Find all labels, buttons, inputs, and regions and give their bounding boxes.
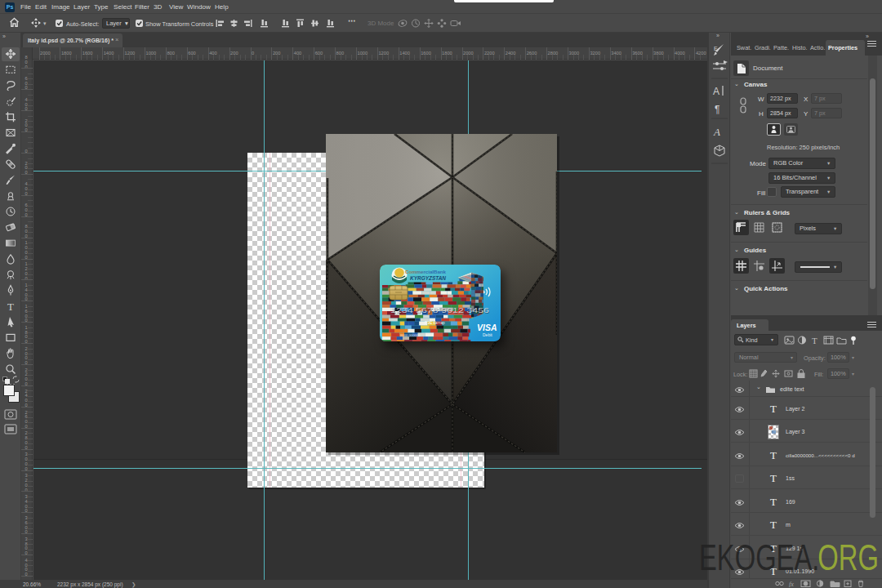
svg-text:KYRGYZSTAN: KYRGYZSTAN [410, 275, 446, 281]
svg-text:A: A [713, 86, 719, 97]
svg-text:PЭЕ Каттар: PЭЕ Каттар [425, 321, 445, 325]
svg-text:ORG: ORG [817, 537, 879, 577]
svg-text:1234 5678 9012 3456: 1234 5678 9012 3456 [390, 305, 489, 314]
svg-text:0000 000000: 0000 000000 [400, 333, 421, 337]
svg-text:CommercialBank: CommercialBank [405, 269, 447, 274]
svg-text:Debit: Debit [483, 332, 492, 337]
svg-text:fx: fx [789, 581, 794, 587]
svg-text:EKOGEA.: EKOGEA. [699, 537, 819, 577]
svg-text:VISA: VISA [477, 323, 497, 332]
svg-text:¶: ¶ [715, 104, 719, 115]
svg-text:T: T [812, 336, 817, 345]
svg-text:T: T [7, 301, 14, 313]
svg-text:A: A [713, 126, 720, 138]
